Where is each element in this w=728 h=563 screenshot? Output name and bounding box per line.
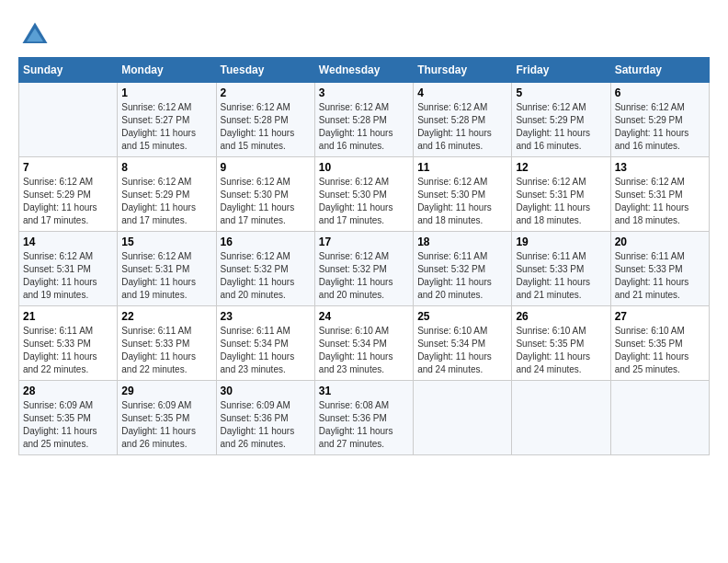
day-info: Sunrise: 6:11 AMSunset: 5:33 PMDaylight:… [121,325,211,376]
day-number: 26 [516,310,606,323]
day-info: Sunrise: 6:12 AMSunset: 5:31 PMDaylight:… [23,250,113,302]
day-number: 1 [121,86,211,99]
calendar-week-4: 21Sunrise: 6:11 AMSunset: 5:33 PMDayligh… [19,306,710,381]
calendar-body: 1Sunrise: 6:12 AMSunset: 5:27 PMDaylight… [19,83,710,455]
calendar-cell: 9Sunrise: 6:12 AMSunset: 5:30 PMDaylight… [216,157,314,232]
calendar-cell: 5Sunrise: 6:12 AMSunset: 5:29 PMDaylight… [512,83,610,157]
calendar-cell: 27Sunrise: 6:10 AMSunset: 5:35 PMDayligh… [610,306,709,381]
day-number: 21 [23,310,113,323]
calendar-cell: 21Sunrise: 6:11 AMSunset: 5:33 PMDayligh… [19,306,118,381]
weekday-header-monday: Monday [118,58,216,83]
day-info: Sunrise: 6:11 AMSunset: 5:32 PMDaylight:… [417,250,507,302]
day-info: Sunrise: 6:12 AMSunset: 5:32 PMDaylight:… [319,250,409,302]
calendar-table: SundayMondayTuesdayWednesdayThursdayFrid… [18,57,710,455]
day-info: Sunrise: 6:10 AMSunset: 5:35 PMDaylight:… [516,325,606,376]
day-number: 23 [221,310,311,323]
day-number: 19 [516,236,606,248]
day-number: 2 [221,86,311,99]
weekday-header-saturday: Saturday [610,58,709,83]
weekday-header-wednesday: Wednesday [314,58,413,83]
day-info: Sunrise: 6:12 AMSunset: 5:28 PMDaylight:… [221,101,311,153]
day-info: Sunrise: 6:09 AMSunset: 5:36 PMDaylight:… [221,399,311,451]
day-number: 6 [615,86,705,99]
day-info: Sunrise: 6:12 AMSunset: 5:31 PMDaylight:… [615,176,705,227]
day-info: Sunrise: 6:10 AMSunset: 5:35 PMDaylight:… [615,325,705,376]
calendar-cell: 14Sunrise: 6:12 AMSunset: 5:31 PMDayligh… [19,232,118,306]
day-info: Sunrise: 6:12 AMSunset: 5:28 PMDaylight:… [319,101,409,153]
day-number: 15 [121,236,211,248]
calendar-cell: 3Sunrise: 6:12 AMSunset: 5:28 PMDaylight… [314,83,413,157]
day-number: 7 [23,161,113,174]
calendar-cell [610,381,709,455]
day-info: Sunrise: 6:12 AMSunset: 5:29 PMDaylight:… [23,176,113,227]
calendar-week-5: 28Sunrise: 6:09 AMSunset: 5:35 PMDayligh… [19,381,710,455]
day-info: Sunrise: 6:11 AMSunset: 5:33 PMDaylight:… [23,325,113,376]
day-number: 20 [615,236,705,248]
calendar-cell: 13Sunrise: 6:12 AMSunset: 5:31 PMDayligh… [610,157,709,232]
logo [18,18,55,52]
weekday-header-friday: Friday [512,58,610,83]
calendar-cell: 10Sunrise: 6:12 AMSunset: 5:30 PMDayligh… [314,157,413,232]
day-number: 30 [221,385,311,397]
page-header [18,18,710,52]
day-number: 12 [516,161,606,174]
day-info: Sunrise: 6:08 AMSunset: 5:36 PMDaylight:… [319,399,409,451]
day-info: Sunrise: 6:12 AMSunset: 5:30 PMDaylight:… [221,176,311,227]
day-number: 31 [319,385,409,397]
day-number: 24 [319,310,409,323]
day-number: 3 [319,86,409,99]
calendar-cell: 26Sunrise: 6:10 AMSunset: 5:35 PMDayligh… [512,306,610,381]
day-info: Sunrise: 6:09 AMSunset: 5:35 PMDaylight:… [121,399,211,451]
day-number: 8 [121,161,211,174]
day-info: Sunrise: 6:11 AMSunset: 5:33 PMDaylight:… [516,250,606,302]
calendar-cell: 29Sunrise: 6:09 AMSunset: 5:35 PMDayligh… [118,381,216,455]
calendar-cell: 18Sunrise: 6:11 AMSunset: 5:32 PMDayligh… [414,232,512,306]
calendar-cell: 23Sunrise: 6:11 AMSunset: 5:34 PMDayligh… [216,306,314,381]
calendar-cell: 19Sunrise: 6:11 AMSunset: 5:33 PMDayligh… [512,232,610,306]
day-number: 25 [417,310,507,323]
calendar-week-2: 7Sunrise: 6:12 AMSunset: 5:29 PMDaylight… [19,157,710,232]
calendar-cell: 1Sunrise: 6:12 AMSunset: 5:27 PMDaylight… [118,83,216,157]
day-info: Sunrise: 6:12 AMSunset: 5:31 PMDaylight:… [121,250,211,302]
day-number: 10 [319,161,409,174]
day-number: 27 [615,310,705,323]
calendar-cell: 2Sunrise: 6:12 AMSunset: 5:28 PMDaylight… [216,83,314,157]
day-info: Sunrise: 6:12 AMSunset: 5:30 PMDaylight:… [319,176,409,227]
calendar-cell: 8Sunrise: 6:12 AMSunset: 5:29 PMDaylight… [118,157,216,232]
calendar-cell: 16Sunrise: 6:12 AMSunset: 5:32 PMDayligh… [216,232,314,306]
day-info: Sunrise: 6:12 AMSunset: 5:30 PMDaylight:… [417,176,507,227]
calendar-cell: 31Sunrise: 6:08 AMSunset: 5:36 PMDayligh… [314,381,413,455]
calendar-cell: 11Sunrise: 6:12 AMSunset: 5:30 PMDayligh… [414,157,512,232]
day-info: Sunrise: 6:11 AMSunset: 5:33 PMDaylight:… [615,250,705,302]
day-info: Sunrise: 6:10 AMSunset: 5:34 PMDaylight:… [319,325,409,376]
day-info: Sunrise: 6:12 AMSunset: 5:28 PMDaylight:… [417,101,507,153]
calendar-cell [414,381,512,455]
calendar-cell [19,83,118,157]
day-number: 4 [417,86,507,99]
day-info: Sunrise: 6:10 AMSunset: 5:34 PMDaylight:… [417,325,507,376]
calendar-cell: 24Sunrise: 6:10 AMSunset: 5:34 PMDayligh… [314,306,413,381]
calendar-cell: 20Sunrise: 6:11 AMSunset: 5:33 PMDayligh… [610,232,709,306]
day-number: 18 [417,236,507,248]
calendar-cell [512,381,610,455]
day-info: Sunrise: 6:12 AMSunset: 5:32 PMDaylight:… [221,250,311,302]
day-info: Sunrise: 6:12 AMSunset: 5:31 PMDaylight:… [516,176,606,227]
calendar-cell: 12Sunrise: 6:12 AMSunset: 5:31 PMDayligh… [512,157,610,232]
calendar-cell: 7Sunrise: 6:12 AMSunset: 5:29 PMDaylight… [19,157,118,232]
day-info: Sunrise: 6:12 AMSunset: 5:29 PMDaylight:… [516,101,606,153]
calendar-cell: 17Sunrise: 6:12 AMSunset: 5:32 PMDayligh… [314,232,413,306]
weekday-header-sunday: Sunday [19,58,118,83]
day-number: 9 [221,161,311,174]
day-number: 17 [319,236,409,248]
calendar-cell: 4Sunrise: 6:12 AMSunset: 5:28 PMDaylight… [414,83,512,157]
day-info: Sunrise: 6:09 AMSunset: 5:35 PMDaylight:… [23,399,113,451]
day-info: Sunrise: 6:11 AMSunset: 5:34 PMDaylight:… [221,325,311,376]
weekday-header-thursday: Thursday [414,58,512,83]
day-number: 11 [417,161,507,174]
weekday-header-tuesday: Tuesday [216,58,314,83]
day-number: 16 [221,236,311,248]
day-info: Sunrise: 6:12 AMSunset: 5:29 PMDaylight:… [615,101,705,153]
day-number: 5 [516,86,606,99]
calendar-week-1: 1Sunrise: 6:12 AMSunset: 5:27 PMDaylight… [19,83,710,157]
calendar-cell: 22Sunrise: 6:11 AMSunset: 5:33 PMDayligh… [118,306,216,381]
